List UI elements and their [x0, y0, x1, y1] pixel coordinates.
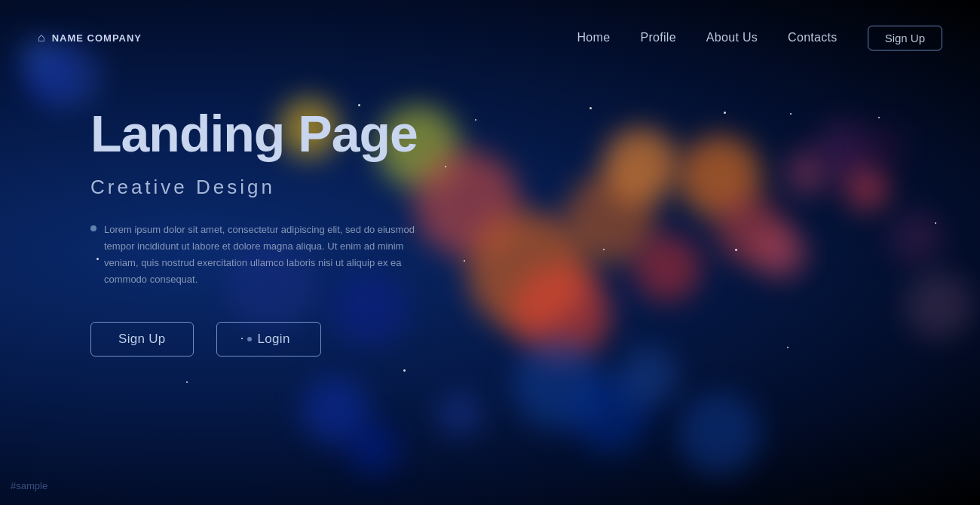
logo: ⌂ NAME COMPANY: [38, 31, 142, 44]
bokeh-light: [513, 339, 603, 430]
nav-profile[interactable]: Profile: [640, 31, 675, 44]
sparkle-dot: [186, 381, 188, 383]
bokeh-light: [678, 136, 761, 219]
nav-links: Home Profile About Us Contacts Sign Up: [577, 26, 942, 50]
bokeh-light: [754, 226, 807, 279]
bokeh-light: [618, 347, 678, 407]
hero-content: Landing Page Creative Design Lorem ipsum…: [90, 106, 436, 357]
sparkle-dot: [590, 107, 592, 109]
hero-description: Lorem ipsum dolor sit amet, consectetur …: [90, 222, 436, 288]
login-label: Login: [258, 332, 290, 347]
bokeh-light: [905, 271, 972, 339]
hero-title: Landing Page: [90, 106, 436, 162]
bokeh-light: [633, 234, 701, 301]
sparkle-dot: [878, 117, 880, 118]
sparkle-dot: [475, 119, 476, 121]
bokeh-light: [678, 392, 761, 475]
bokeh-light: [716, 196, 784, 264]
hero-signup-button[interactable]: Sign Up: [90, 322, 194, 357]
nav-about[interactable]: About Us: [706, 31, 758, 44]
sparkle-dot: [445, 166, 446, 167]
nav-signup-button[interactable]: Sign Up: [868, 26, 942, 50]
bokeh-light: [347, 422, 400, 475]
bokeh-light: [844, 166, 890, 211]
bokeh-light: [437, 392, 482, 437]
nav-home[interactable]: Home: [577, 31, 611, 44]
nav-contacts[interactable]: Contacts: [788, 31, 838, 44]
bokeh-light: [467, 211, 588, 332]
bokeh-light: [573, 377, 648, 452]
hero-login-button[interactable]: Login: [216, 322, 321, 357]
hero-text: Lorem ipsum dolor sit amet, consectetur …: [104, 222, 436, 288]
bokeh-light: [814, 121, 874, 181]
navigation: ⌂ NAME COMPANY Home Profile About Us Con…: [0, 0, 980, 75]
sparkle-dot: [787, 347, 789, 348]
sparkle-dot: [935, 222, 936, 224]
bokeh-light: [603, 128, 678, 204]
bokeh-light: [302, 377, 369, 445]
sparkle-dot: [724, 112, 726, 114]
sample-label: #sample: [11, 480, 47, 491]
bokeh-light: [784, 151, 829, 196]
sparkle-dot: [403, 369, 406, 372]
bullet-dot: [90, 225, 96, 231]
home-icon: ⌂: [38, 31, 46, 44]
hero-subtitle: Creative Design: [90, 176, 436, 199]
bokeh-light: [513, 264, 611, 362]
bokeh-light: [890, 211, 942, 264]
sparkle-dot: [735, 249, 737, 251]
bokeh-light: [565, 173, 656, 264]
login-dot-icon: [247, 337, 252, 341]
sparkle-dot: [790, 113, 792, 115]
hero-buttons: Sign Up Login: [90, 322, 436, 357]
bokeh-light: [867, 128, 905, 166]
sparkle-dot: [464, 260, 465, 262]
company-name: NAME COMPANY: [52, 32, 142, 44]
sparkle-dot: [603, 249, 605, 250]
page-wrapper: ⌂ NAME COMPANY Home Profile About Us Con…: [0, 0, 980, 505]
